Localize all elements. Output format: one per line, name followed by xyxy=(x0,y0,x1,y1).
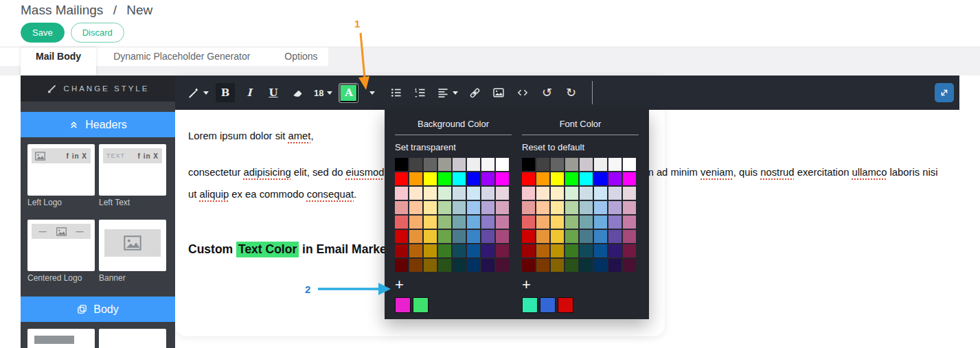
tab-options[interactable]: Options xyxy=(267,47,334,66)
palette-swatch[interactable] xyxy=(551,259,564,272)
palette-swatch[interactable] xyxy=(496,172,509,185)
template-banner[interactable]: Banner xyxy=(99,220,166,283)
custom-color-swatch[interactable] xyxy=(395,297,411,313)
palette-swatch[interactable] xyxy=(453,244,466,257)
underline-button[interactable]: U xyxy=(264,83,283,102)
palette-swatch[interactable] xyxy=(481,244,494,257)
palette-swatch[interactable] xyxy=(496,216,509,229)
palette-swatch[interactable] xyxy=(409,259,422,272)
save-button[interactable]: Save xyxy=(21,23,65,43)
palette-swatch[interactable] xyxy=(580,216,593,229)
palette-swatch[interactable] xyxy=(565,259,578,272)
palette-swatch[interactable] xyxy=(522,216,535,229)
palette-swatch[interactable] xyxy=(467,216,480,229)
template-left-text[interactable]: TEXT f in X Left Text xyxy=(99,144,166,207)
palette-swatch[interactable] xyxy=(565,216,578,229)
template-left-logo[interactable]: f in X Left Logo xyxy=(27,144,95,207)
palette-swatch[interactable] xyxy=(580,158,593,171)
palette-swatch[interactable] xyxy=(594,187,607,200)
unordered-list-button[interactable] xyxy=(387,83,406,102)
palette-swatch[interactable] xyxy=(496,230,509,243)
palette-swatch[interactable] xyxy=(594,158,607,171)
reset-to-default-button[interactable]: Reset to default xyxy=(522,142,639,152)
palette-swatch[interactable] xyxy=(438,201,451,214)
palette-swatch[interactable] xyxy=(536,201,549,214)
palette-swatch[interactable] xyxy=(395,201,408,214)
palette-swatch[interactable] xyxy=(467,201,480,214)
custom-color-swatch[interactable] xyxy=(522,297,538,313)
insert-image-button[interactable] xyxy=(489,83,508,102)
palette-swatch[interactable] xyxy=(395,244,408,257)
palette-swatch[interactable] xyxy=(608,216,622,229)
palette-swatch[interactable] xyxy=(395,187,408,200)
text-color-dropdown-toggle[interactable] xyxy=(363,83,382,102)
palette-swatch[interactable] xyxy=(551,201,564,214)
fullscreen-expand-button[interactable] xyxy=(935,83,954,102)
palette-swatch[interactable] xyxy=(467,187,480,200)
palette-swatch[interactable] xyxy=(608,172,622,185)
palette-swatch[interactable] xyxy=(565,244,578,257)
body-template-2[interactable] xyxy=(99,329,166,348)
palette-swatch[interactable] xyxy=(424,230,437,243)
palette-swatch[interactable] xyxy=(409,172,422,185)
palette-swatch[interactable] xyxy=(395,259,408,272)
palette-swatch[interactable] xyxy=(453,259,466,272)
tab-dynamic-placeholder-generator[interactable]: Dynamic Placeholder Generator xyxy=(96,47,267,66)
palette-swatch[interactable] xyxy=(580,187,593,200)
palette-swatch[interactable] xyxy=(623,259,636,272)
palette-swatch[interactable] xyxy=(395,172,408,185)
palette-swatch[interactable] xyxy=(424,158,437,171)
palette-swatch[interactable] xyxy=(481,201,494,214)
palette-swatch[interactable] xyxy=(496,244,509,257)
palette-swatch[interactable] xyxy=(565,187,578,200)
palette-swatch[interactable] xyxy=(409,201,422,214)
palette-swatch[interactable] xyxy=(580,230,593,243)
palette-swatch[interactable] xyxy=(608,187,622,200)
palette-swatch[interactable] xyxy=(496,158,509,171)
palette-swatch[interactable] xyxy=(623,216,636,229)
palette-swatch[interactable] xyxy=(608,158,622,171)
palette-swatch[interactable] xyxy=(608,244,622,257)
change-style-header[interactable]: CHANGE STYLE xyxy=(21,76,175,102)
redo-button[interactable]: ↻ xyxy=(561,83,580,102)
palette-swatch[interactable] xyxy=(409,216,422,229)
palette-swatch[interactable] xyxy=(565,230,578,243)
palette-swatch[interactable] xyxy=(551,172,564,185)
palette-swatch[interactable] xyxy=(536,244,549,257)
palette-swatch[interactable] xyxy=(481,216,494,229)
palette-swatch[interactable] xyxy=(536,172,549,185)
palette-swatch[interactable] xyxy=(481,187,494,200)
tab-mail-body[interactable]: Mail Body xyxy=(21,47,96,76)
custom-color-swatch[interactable] xyxy=(540,297,556,313)
palette-swatch[interactable] xyxy=(496,259,509,272)
palette-swatch[interactable] xyxy=(438,259,451,272)
palette-swatch[interactable] xyxy=(551,187,564,200)
palette-swatch[interactable] xyxy=(551,158,564,171)
palette-swatch[interactable] xyxy=(409,230,422,243)
palette-swatch[interactable] xyxy=(565,172,578,185)
set-transparent-button[interactable]: Set transparent xyxy=(395,142,512,152)
palette-swatch[interactable] xyxy=(438,187,451,200)
palette-swatch[interactable] xyxy=(438,230,451,243)
palette-swatch[interactable] xyxy=(522,244,535,257)
discard-button[interactable]: Discard xyxy=(71,23,124,43)
sidebar-section-headers[interactable]: Headers xyxy=(21,112,175,137)
palette-swatch[interactable] xyxy=(623,201,636,214)
palette-swatch[interactable] xyxy=(467,259,480,272)
palette-swatch[interactable] xyxy=(565,158,578,171)
palette-swatch[interactable] xyxy=(536,216,549,229)
palette-swatch[interactable] xyxy=(453,201,466,214)
palette-swatch[interactable] xyxy=(438,244,451,257)
palette-swatch[interactable] xyxy=(551,244,564,257)
palette-swatch[interactable] xyxy=(424,187,437,200)
font-size-dropdown[interactable]: 18 xyxy=(312,83,334,102)
breadcrumb-root-link[interactable]: Mass Mailings xyxy=(21,3,103,17)
palette-swatch[interactable] xyxy=(424,259,437,272)
palette-swatch[interactable] xyxy=(453,187,466,200)
palette-swatch[interactable] xyxy=(467,158,480,171)
palette-swatch[interactable] xyxy=(409,187,422,200)
palette-swatch[interactable] xyxy=(608,201,622,214)
palette-swatch[interactable] xyxy=(536,230,549,243)
code-view-button[interactable] xyxy=(513,83,532,102)
palette-swatch[interactable] xyxy=(594,259,607,272)
